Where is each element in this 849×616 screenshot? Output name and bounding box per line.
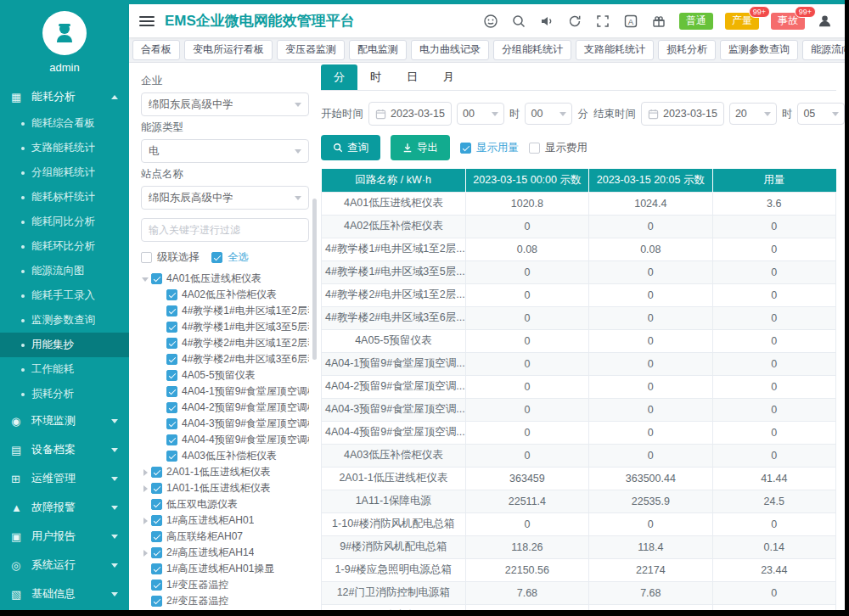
sidebar-subitem-manual-entry[interactable]: 能耗手工录入: [0, 283, 129, 308]
sidebar-item-user-report[interactable]: ▣ 用户报告: [0, 522, 129, 551]
tree-node[interactable]: 4#教学楼2#电井区域1至2层动力仪表: [141, 335, 309, 351]
tree-node-checkbox[interactable]: [151, 580, 162, 591]
tree-node[interactable]: 2A01-1低压进线柜仪表: [141, 464, 309, 480]
route-tab[interactable]: 配电监测: [349, 40, 407, 60]
volume-icon[interactable]: [538, 13, 555, 30]
tree-node-checkbox[interactable]: [166, 354, 177, 365]
route-tab[interactable]: 合看板: [132, 40, 180, 60]
tree-node[interactable]: 4A04-4预留9#食堂屋顶空调机组仪表: [141, 432, 309, 448]
route-tab[interactable]: 能源流向图: [802, 40, 845, 60]
tree-node-checkbox[interactable]: [166, 386, 177, 397]
query-button[interactable]: 查询: [321, 135, 380, 160]
tree-node-checkbox[interactable]: [151, 547, 162, 558]
status-badge-normal[interactable]: 普通: [679, 13, 713, 30]
end-date-input[interactable]: 2023-03-15: [641, 102, 724, 126]
status-badge-production[interactable]: 产量 99+: [725, 13, 759, 30]
route-tab[interactable]: 监测参数查询: [720, 40, 798, 60]
sidebar-subitem-group-stats[interactable]: 分组能耗统计: [0, 160, 129, 185]
tree-expand-icon[interactable]: [141, 516, 151, 526]
tree-node[interactable]: 高压联络柜AH07: [141, 529, 309, 545]
sidebar-item-env-monitor[interactable]: ◉ 环境监测: [0, 406, 129, 435]
start-hour-select[interactable]: 00: [457, 103, 504, 125]
tree-node[interactable]: 4A03低压补偿柜仪表: [141, 448, 309, 464]
select-all-checkbox[interactable]: [211, 252, 222, 263]
tree-node[interactable]: 4#教学楼2#电井区域3至6层动力仪表: [141, 351, 309, 367]
show-cost-checkbox[interactable]: 显示费用: [529, 141, 588, 155]
tree-expand-icon[interactable]: [141, 468, 151, 478]
tree-node[interactable]: 低压双电源仪表: [141, 496, 309, 512]
sidebar-item-ops-management[interactable]: ⊞ 运维管理: [0, 464, 129, 493]
tree-node-checkbox[interactable]: [151, 273, 162, 284]
tree-node[interactable]: 1A01-1低压进线柜仪表: [141, 480, 309, 496]
sidebar-item-basic-info[interactable]: ▧ 基础信息: [0, 580, 129, 608]
tree-node[interactable]: 4#教学楼1#电井区域1至2层动力仪表: [141, 303, 309, 319]
sidebar-subitem-param-query[interactable]: 监测参数查询: [0, 308, 129, 333]
tree-node-checkbox[interactable]: [166, 402, 177, 413]
route-tab[interactable]: 支路能耗统计: [576, 40, 654, 60]
tree-node[interactable]: 4A04-3预留9#食堂屋顶空调机组仪表: [141, 416, 309, 432]
sidebar-subitem-energy-flow[interactable]: 能源流向图: [0, 259, 129, 283]
station-select[interactable]: 绵阳东辰高级中学: [141, 186, 309, 210]
route-tab[interactable]: 变电所运行看板: [184, 40, 273, 60]
tab-minute[interactable]: 分: [321, 64, 357, 90]
start-minute-select[interactable]: 00: [525, 103, 572, 125]
tree-node-checkbox[interactable]: [166, 338, 177, 349]
tree-node-checkbox[interactable]: [151, 483, 162, 494]
tree-expand-icon[interactable]: [141, 274, 151, 284]
tree-node-checkbox[interactable]: [166, 451, 177, 462]
tree-node-checkbox[interactable]: [166, 434, 177, 445]
route-tab[interactable]: 损耗分析: [658, 40, 716, 60]
tree-node[interactable]: 4A01低压进线柜仪表: [141, 271, 309, 287]
tree-node-checkbox[interactable]: [166, 370, 177, 381]
tree-expand-icon[interactable]: [141, 484, 151, 494]
route-tab[interactable]: 分组能耗统计: [493, 40, 571, 60]
tree-node-checkbox[interactable]: [151, 596, 162, 607]
tree-node-checkbox[interactable]: [166, 322, 177, 333]
refresh-icon[interactable]: [566, 13, 583, 30]
fullscreen-icon[interactable]: [594, 13, 611, 30]
start-date-input[interactable]: 2023-03-15: [368, 102, 452, 126]
sidebar-subitem-yoy-analysis[interactable]: 能耗同比分析: [0, 210, 129, 234]
tree-node-checkbox[interactable]: [151, 467, 162, 478]
tree-node[interactable]: 4A02低压补偿柜仪表: [141, 287, 309, 303]
end-minute-select[interactable]: 05: [797, 103, 845, 125]
sidebar-subitem-benchmark-stats[interactable]: 能耗标杆统计: [0, 185, 129, 210]
cascade-checkbox[interactable]: [141, 252, 152, 263]
route-tab[interactable]: 变压器监测: [277, 40, 345, 60]
tree-filter-input[interactable]: [141, 218, 309, 242]
hamburger-menu-icon[interactable]: [139, 16, 155, 26]
tree-node[interactable]: 4#教学楼1#电井区域3至5层动力仪表: [141, 319, 309, 335]
sidebar-item-energy-analysis[interactable]: ▦ 能耗分析: [0, 82, 129, 111]
tab-hour[interactable]: 时: [357, 64, 394, 90]
tree-scrollbar[interactable]: [312, 199, 317, 360]
tree-node[interactable]: 1#变压器温控: [141, 577, 309, 593]
user-avatar-icon[interactable]: [816, 13, 833, 30]
tree-node[interactable]: 2#变压器温控: [141, 593, 309, 609]
sidebar-subitem-mom-analysis[interactable]: 能耗环比分析: [0, 234, 129, 259]
tree-node-checkbox[interactable]: [151, 515, 162, 526]
sidebar-subitem-meter-reading-active[interactable]: 用能集抄: [0, 333, 129, 357]
tree-node-checkbox[interactable]: [166, 289, 177, 300]
translate-icon[interactable]: A: [622, 13, 639, 30]
show-usage-checkbox[interactable]: 显示用量: [460, 141, 519, 155]
tree-node[interactable]: 2#高压进线柜AH14操显: [141, 609, 309, 610]
tree-node-checkbox[interactable]: [166, 418, 177, 429]
sidebar-item-system-run[interactable]: ◎ 系统运行: [0, 551, 129, 580]
sidebar-subitem-branch-stats[interactable]: 支路能耗统计: [0, 136, 129, 160]
tree-expand-icon[interactable]: [141, 548, 151, 558]
tree-node[interactable]: 4A05-5预留仪表: [141, 367, 309, 384]
tree-node-checkbox[interactable]: [166, 305, 177, 316]
sidebar-item-device-archive[interactable]: ▤ 设备档案: [0, 435, 129, 464]
sidebar-subitem-work-energy[interactable]: 工作能耗: [0, 357, 129, 382]
tree-node[interactable]: 4A04-1预留9#食堂屋顶空调机组仪表: [141, 384, 309, 400]
end-hour-select[interactable]: 20: [729, 103, 777, 125]
search-icon[interactable]: [510, 13, 527, 30]
tree-node[interactable]: 2#高压进线柜AH14: [141, 545, 309, 561]
tree-node[interactable]: 1#高压进线柜AH01操显: [141, 561, 309, 577]
export-button[interactable]: 导出: [391, 135, 450, 160]
company-select[interactable]: 绵阳东辰高级中学: [141, 92, 309, 116]
tree-node-checkbox[interactable]: [151, 499, 162, 510]
tree-node[interactable]: 4A04-2预留9#食堂屋顶空调机组仪表: [141, 400, 309, 416]
tree-node-checkbox[interactable]: [151, 531, 162, 542]
tab-month[interactable]: 月: [430, 64, 467, 90]
